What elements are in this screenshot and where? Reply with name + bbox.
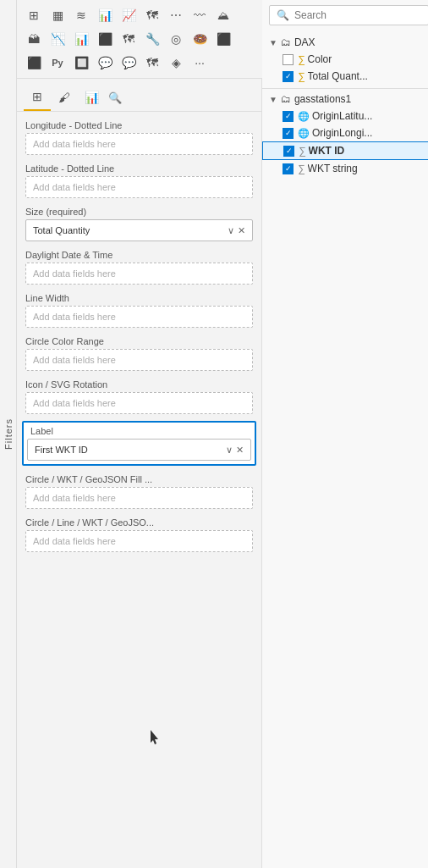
line-width-dropzone[interactable]: Add data fields here (25, 306, 253, 328)
toolbar-icon-21[interactable]: 💬 (93, 51, 117, 75)
origin-lat-label: OriginLatitu... (312, 110, 428, 122)
latitude-dotted-label: Latitude - Dotted Line (25, 163, 253, 174)
icon-svg-rotation-dropzone[interactable]: Add data fields here (25, 392, 253, 414)
toolbar-icon-20[interactable]: 🔲 (69, 51, 93, 75)
circle-color-range-label: Circle Color Range (25, 336, 253, 346)
icon-toolbar: ⊞ ▦ ≋ 📊 📈 🗺 ⋯ 〰 ⛰ 🏔 📉 📊 ⬛ 🗺 🔧 ◎ 🍩 ⬛ ⬛ Py… (17, 0, 262, 79)
tree-item-total-quant[interactable]: ✓ ∑ Total Quant... (262, 68, 428, 85)
gasstations-table-icon: 🗂 (281, 93, 291, 105)
toolbar-icon-15[interactable]: 🔧 (140, 27, 164, 51)
icon-svg-rotation-label: Icon / SVG Rotation (25, 379, 253, 390)
size-required-value: Total Quantity (33, 225, 228, 235)
origin-long-globe-icon: 🌐 (298, 128, 310, 139)
toolbar-icon-5[interactable]: 📈 (117, 3, 140, 27)
tree-group-gasstations-header[interactable]: ▼ 🗂 gasstations1 (262, 91, 428, 108)
toolbar-icon-22[interactable]: 💬 (117, 51, 140, 75)
origin-long-label: OriginLongi... (312, 127, 428, 139)
toolbar-icon-10[interactable]: 🏔 (22, 27, 46, 51)
tree-item-origin-lat[interactable]: ✓ 🌐 OriginLatitu... (262, 108, 428, 124)
dax-label: DAX (294, 36, 316, 48)
wkt-string-field-icon: ∑ (298, 163, 305, 174)
tree-item-wkt-id[interactable]: ✓ ∑ WKT ID (262, 141, 428, 160)
toolbar-icon-19[interactable]: ⬛ (22, 51, 46, 75)
daylight-datetime-dropzone[interactable]: Add data fields here (25, 263, 253, 285)
toolbar-icon-11[interactable]: 📉 (46, 27, 69, 51)
wkt-id-label: WKT ID (309, 145, 428, 157)
toolbar-icon-6[interactable]: 🗺 (140, 3, 164, 27)
toolbar-icon-1[interactable]: ⊞ (22, 3, 46, 27)
circle-wkt-fill-label: Circle / WKT / GeoJSON Fill ... (25, 474, 253, 484)
total-quant-checkbox[interactable]: ✓ (283, 71, 294, 82)
size-remove-icon[interactable]: ✕ (238, 225, 245, 236)
origin-lat-checkbox[interactable]: ✓ (283, 111, 294, 122)
longitude-dotted-dropzone[interactable]: Add data fields here (25, 133, 253, 155)
left-panel: ⊞ ▦ ≋ 📊 📈 🗺 ⋯ 〰 ⛰ 🏔 📉 📊 ⬛ 🗺 🔧 ◎ 🍩 ⬛ ⬛ Py… (17, 0, 262, 868)
latitude-dotted-dropzone[interactable]: Add data fields here (25, 176, 253, 198)
toolbar-icon-16[interactable]: ◎ (164, 27, 188, 51)
tab-analytics[interactable]: 📊 (78, 84, 105, 111)
circle-color-range-dropzone[interactable]: Add data fields here (25, 349, 253, 371)
label-remove-icon[interactable]: ✕ (236, 445, 244, 456)
label-chevron-icon[interactable]: ∨ (226, 445, 233, 456)
toolbar-icon-diamond[interactable]: ◈ (164, 51, 188, 75)
circle-line-wkt-dropzone[interactable]: Add data fields here (25, 530, 253, 552)
label-field-label: Label (27, 426, 251, 436)
size-required-label: Size (required) (25, 207, 253, 217)
total-quant-sigma-icon: ∑ (298, 70, 305, 82)
toolbar-icon-4[interactable]: 📊 (93, 3, 117, 27)
toolbar-icon-17[interactable]: 🍩 (188, 27, 211, 51)
wkt-string-checkbox[interactable]: ✓ (283, 163, 294, 174)
toolbar-icon-3[interactable]: ≋ (69, 3, 93, 27)
toolbar-icon-9[interactable]: ⛰ (211, 3, 235, 27)
toolbar-icon-more[interactable]: ··· (188, 51, 211, 75)
tree-group-dax: ▼ 🗂 DAX ∑ Color ✓ ∑ Total Quant... (262, 34, 428, 85)
toolbar-icon-23[interactable]: 🗺 (140, 51, 164, 75)
total-quant-label: Total Quant... (308, 70, 428, 82)
toolbar-icon-12[interactable]: 📊 (69, 27, 93, 51)
search-icon-left[interactable]: 🔍 (105, 88, 125, 108)
size-chevron-icon[interactable]: ∨ (228, 225, 234, 236)
color-checkbox[interactable] (283, 54, 294, 65)
size-required-dropzone[interactable]: Total Quantity ∨ ✕ (25, 219, 253, 241)
search-bar: 🔍 (269, 5, 428, 25)
tree-group-dax-header[interactable]: ▼ 🗂 DAX (262, 34, 428, 51)
circle-line-wkt-label: Circle / Line / WKT / GeoJSO... (25, 517, 253, 528)
section-circle-color-range: Circle Color Range Add data fields here (17, 331, 261, 374)
search-input[interactable] (294, 9, 421, 21)
dax-table-icon: 🗂 (281, 36, 291, 48)
wkt-id-checkbox[interactable]: ✓ (283, 146, 294, 157)
section-longitude-dotted: Longitude - Dotted Line Add data fields … (17, 115, 261, 158)
toolbar-icon-14[interactable]: 🗺 (117, 27, 140, 51)
color-label: Color (308, 53, 428, 65)
section-size-required: Size (required) Total Quantity ∨ ✕ (17, 202, 261, 245)
tree-item-wkt-string[interactable]: ✓ ∑ WKT string (262, 160, 428, 177)
label-dropzone[interactable]: First WKT ID ∨ ✕ (27, 439, 251, 461)
origin-lat-globe-icon: 🌐 (298, 111, 310, 122)
filters-tab[interactable]: Filters (0, 0, 17, 868)
circle-wkt-fill-dropzone[interactable]: Add data fields here (25, 487, 253, 509)
filters-label: Filters (3, 418, 14, 450)
toolbar-icon-py[interactable]: Py (46, 51, 69, 75)
toolbar-icon-18[interactable]: ⬛ (211, 27, 235, 51)
line-width-label: Line Width (25, 293, 253, 303)
label-field-actions: ∨ ✕ (226, 445, 244, 456)
daylight-datetime-label: Daylight Date & Time (25, 250, 253, 260)
section-circle-wkt-fill: Circle / WKT / GeoJSON Fill ... Add data… (17, 469, 261, 512)
tab-fields[interactable]: ⊞ (24, 84, 51, 111)
toolbar-icon-2[interactable]: ▦ (46, 3, 69, 27)
section-latitude-dotted: Latitude - Dotted Line Add data fields h… (17, 158, 261, 202)
tree-item-origin-long[interactable]: ✓ 🌐 OriginLongi... (262, 124, 428, 141)
label-value: First WKT ID (35, 445, 226, 455)
tree-divider-1 (262, 88, 428, 89)
origin-long-checkbox[interactable]: ✓ (283, 128, 294, 139)
tree-item-color[interactable]: ∑ Color (262, 51, 428, 68)
toolbar-icon-8[interactable]: 〰 (188, 3, 211, 27)
longitude-dotted-label: Longitude - Dotted Line (25, 120, 253, 130)
toolbar-icon-7[interactable]: ⋯ (164, 3, 188, 27)
color-sigma-icon: ∑ (298, 53, 305, 65)
right-panel: 🔍 ▼ 🗂 DAX ∑ Color ✓ (262, 0, 428, 868)
dax-arrow-icon: ▼ (269, 38, 277, 47)
toolbar-icon-13[interactable]: ⬛ (93, 27, 117, 51)
tab-format[interactable]: 🖌 (51, 84, 78, 111)
fields-container: Longitude - Dotted Line Add data fields … (17, 112, 261, 868)
